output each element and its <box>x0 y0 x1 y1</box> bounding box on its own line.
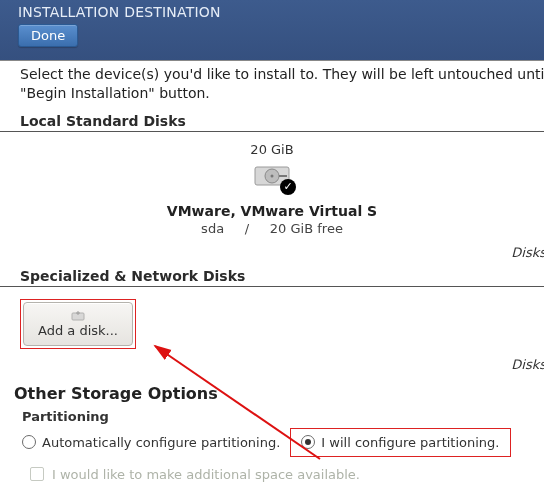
oso-title: Other Storage Options <box>14 384 526 403</box>
other-storage-options: Other Storage Options Partitioning Autom… <box>0 376 544 482</box>
partitioning-radios: Automatically configure partitioning. I … <box>14 428 526 457</box>
disk-size: 20 GiB <box>162 142 382 157</box>
intro-text: Select the device(s) you'd like to insta… <box>0 61 544 109</box>
local-disks-area: 20 GiB VMware, VMware Virtual S sda / 20… <box>0 138 544 237</box>
local-disks-heading: Local Standard Disks <box>0 109 544 132</box>
add-disk-button[interactable]: Add a disk... <box>23 302 133 346</box>
radio-icon <box>22 435 36 449</box>
local-disks-note: Disks <box>0 237 544 264</box>
disk-subinfo: sda / 20 GiB free <box>162 221 382 236</box>
disk-sep: / <box>245 221 249 236</box>
highlight-manual-partition: I will configure partitioning. <box>290 428 510 457</box>
add-disk-label: Add a disk... <box>38 323 118 338</box>
intro-line2: "Begin Installation" button. <box>20 85 210 101</box>
intro-line1: Select the device(s) you'd like to insta… <box>20 66 544 82</box>
radio-auto-label: Automatically configure partitioning. <box>42 435 280 450</box>
radio-icon <box>301 435 315 449</box>
radio-manual-label: I will configure partitioning. <box>321 435 499 450</box>
disk-name: VMware, VMware Virtual S <box>162 203 382 219</box>
extra-space-label: I would like to make additional space av… <box>52 467 360 482</box>
partitioning-title: Partitioning <box>14 409 526 424</box>
disk-plus-icon <box>71 310 85 322</box>
highlight-add-disk: Add a disk... <box>20 299 136 349</box>
svg-rect-3 <box>279 175 287 177</box>
network-disks-heading: Specialized & Network Disks <box>0 264 544 287</box>
disk-free: 20 GiB free <box>270 221 343 236</box>
hard-disk-icon <box>252 161 292 191</box>
checkbox-extra-space[interactable] <box>30 467 44 481</box>
network-disks-note: Disks <box>0 349 544 376</box>
selected-check-icon <box>280 179 296 195</box>
extra-space-row: I would like to make additional space av… <box>14 457 526 482</box>
radio-auto-partition[interactable]: Automatically configure partitioning. <box>22 435 280 450</box>
done-button[interactable]: Done <box>18 24 78 47</box>
svg-point-2 <box>271 174 274 177</box>
disk-dev: sda <box>201 221 224 236</box>
page-title: INSTALLATION DESTINATION <box>18 4 526 20</box>
add-disk-row: Add a disk... <box>0 293 544 349</box>
header-bar: INSTALLATION DESTINATION Done <box>0 0 544 60</box>
disk-item[interactable]: 20 GiB VMware, VMware Virtual S sda / 20… <box>162 142 382 236</box>
content-area: Select the device(s) you'd like to insta… <box>0 60 544 500</box>
radio-manual-partition[interactable]: I will configure partitioning. <box>301 435 499 450</box>
